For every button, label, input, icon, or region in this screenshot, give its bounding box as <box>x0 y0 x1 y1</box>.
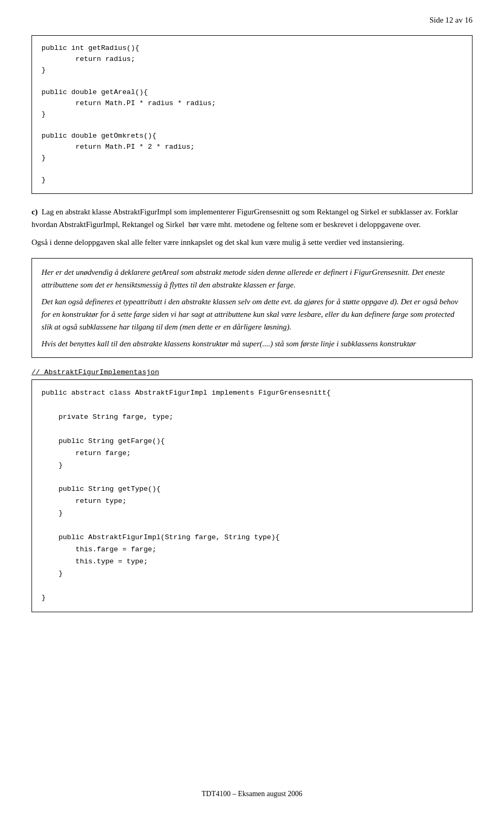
footer-text: TDT4100 – Eksamen august 2006 <box>202 790 302 798</box>
hint-line3: Hvis det benyttes kall til den abstrakte… <box>41 337 463 350</box>
code-line <box>41 472 463 484</box>
code-line <box>41 424 463 436</box>
page-header: Side 12 av 16 <box>32 16 472 25</box>
code-comment-label: // AbstraktFigurImplementasjon <box>32 368 159 376</box>
code-line: public double getAreal(){ <box>41 87 463 98</box>
code-line: this.farge = farge; <box>41 544 463 556</box>
code-line: } <box>41 175 463 186</box>
page-indicator: Side 12 av 16 <box>429 16 472 24</box>
code-line: return Math.PI * radius * radius; <box>41 98 463 109</box>
hint-line1: Her er det unødvendig å deklarere getAre… <box>41 266 463 291</box>
code-line <box>41 164 463 175</box>
code-line: public String getType(){ <box>41 483 463 496</box>
code-line: } <box>41 508 463 520</box>
code-line: return type; <box>41 496 463 508</box>
task-c-section: c) Lag en abstrakt klasse AbstraktFigurI… <box>32 205 472 249</box>
code-line: public AbstraktFigurImpl(String farge, S… <box>41 532 463 544</box>
task-c-paragraph2: Også i denne deloppgaven skal alle felte… <box>32 236 472 249</box>
bottom-code-block: public abstract class AbstraktFigurImpl … <box>32 379 472 612</box>
code-line: } <box>41 153 463 164</box>
code-line: public int getRadius(){ <box>41 43 463 54</box>
code-line: public abstract class AbstraktFigurImpl … <box>41 387 463 399</box>
code-line: return radius; <box>41 54 463 65</box>
hint-line2: Det kan også defineres et typeattributt … <box>41 295 463 333</box>
code-line: public String getFarge(){ <box>41 436 463 448</box>
code-line <box>41 76 463 87</box>
code-line: } <box>41 460 463 472</box>
code-line: this.type = type; <box>41 556 463 568</box>
code-line <box>41 399 463 411</box>
code-line: public double getOmkrets(){ <box>41 131 463 142</box>
hint-box: Her er det unødvendig å deklarere getAre… <box>32 258 472 358</box>
code-comment-container: // AbstraktFigurImplementasjon <box>32 367 472 376</box>
code-line <box>41 520 463 532</box>
code-line: private String farge, type; <box>41 411 463 424</box>
code-line <box>41 580 463 592</box>
code-line: return farge; <box>41 448 463 460</box>
code-line: } <box>41 65 463 76</box>
code-line: } <box>41 109 463 120</box>
page-footer: TDT4100 – Eksamen august 2006 <box>0 790 504 798</box>
task-c-label: c) <box>32 208 38 216</box>
task-c-paragraph1: c) Lag en abstrakt klasse AbstraktFigurI… <box>32 205 472 231</box>
top-code-block: public int getRadius(){ return radius; }… <box>32 35 472 194</box>
code-line: } <box>41 592 463 604</box>
code-line <box>41 120 463 131</box>
code-line: return Math.PI * 2 * radius; <box>41 142 463 153</box>
page-container: Side 12 av 16 public int getRadius(){ re… <box>0 0 504 814</box>
code-line: } <box>41 568 463 580</box>
